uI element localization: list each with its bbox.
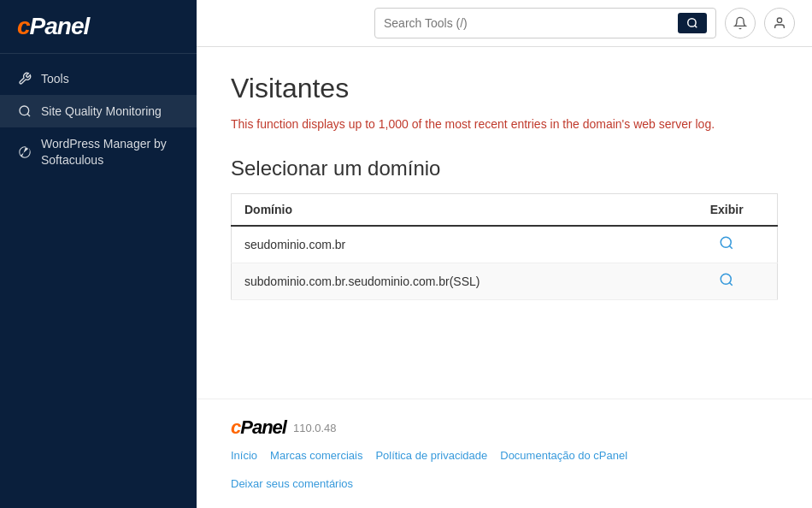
search-icon: [686, 17, 698, 29]
bell-icon: [733, 16, 747, 30]
sidebar-item-site-quality[interactable]: Site Quality Monitoring: [0, 95, 197, 127]
wordpress-icon: [17, 145, 32, 160]
domain-table: Domínio Exibir seudominio.com.br: [231, 193, 778, 300]
footer-comment-link[interactable]: Deixar seus comentários: [231, 477, 353, 490]
svg-line-1: [27, 114, 30, 116]
notifications-button[interactable]: [725, 8, 756, 38]
sidebar-nav: Tools Site Quality Monitoring WordPress …: [0, 54, 197, 185]
cpanel-logo-sidebar: cPanel: [17, 13, 179, 40]
footer-link-inicio[interactable]: Início: [231, 449, 257, 462]
section-title: Selecionar um domínio: [231, 157, 778, 180]
table-row: seudominio.com.br: [232, 226, 778, 263]
footer-links: Início Marcas comerciais Política de pri…: [231, 449, 778, 469]
wrench-icon: [17, 71, 32, 86]
page-description: This function displays up to 1,000 of th…: [231, 117, 778, 131]
svg-line-3: [695, 26, 697, 28]
sidebar-tools-label: Tools: [41, 71, 69, 86]
footer-link-privacidade[interactable]: Política de privacidade: [375, 449, 487, 462]
svg-point-4: [777, 18, 781, 22]
sidebar-wordpress-label: WordPress Manager by Softaculous: [41, 136, 179, 167]
main-area: Visitantes This function displays up to …: [197, 0, 812, 508]
col-view: Exibir: [676, 194, 777, 227]
user-icon: [773, 16, 786, 30]
table-row: subdominio.com.br.seudominio.com.br(SSL): [232, 263, 778, 300]
view-cell: [676, 226, 777, 263]
header: [197, 0, 812, 47]
sidebar-logo: cPanel: [0, 0, 197, 54]
svg-point-5: [721, 237, 731, 247]
sidebar-site-quality-label: Site Quality Monitoring: [41, 103, 162, 119]
search-input[interactable]: [384, 16, 671, 30]
footer-version: 110.0.48: [293, 422, 337, 434]
sidebar-item-tools[interactable]: Tools: [0, 62, 197, 95]
svg-point-7: [721, 274, 731, 284]
footer-cpanel-logo: cPanel: [231, 416, 286, 439]
svg-point-0: [20, 106, 29, 115]
col-domain: Domínio: [232, 194, 677, 227]
svg-line-8: [730, 282, 733, 285]
search-circle-icon: [17, 103, 32, 119]
user-button[interactable]: [764, 8, 795, 38]
svg-line-6: [730, 245, 733, 248]
search-bar-container: [374, 8, 716, 38]
main-content: Visitantes This function displays up to …: [197, 47, 812, 399]
footer: cPanel 110.0.48 Início Marcas comerciais…: [197, 399, 812, 508]
footer-logo-container: cPanel 110.0.48: [231, 416, 778, 439]
svg-point-2: [688, 19, 696, 27]
sidebar: cPanel Tools Site Quality Monitoring: [0, 0, 197, 508]
footer-link-marcas[interactable]: Marcas comerciais: [270, 449, 362, 462]
page-title: Visitantes: [231, 73, 778, 104]
domain-cell: seudominio.com.br: [232, 226, 677, 263]
domain-cell: subdominio.com.br.seudominio.com.br(SSL): [232, 263, 677, 300]
view-icon-0[interactable]: [719, 239, 734, 253]
sidebar-item-wordpress[interactable]: WordPress Manager by Softaculous: [0, 127, 197, 175]
view-cell: [676, 263, 777, 300]
search-submit-button[interactable]: [678, 13, 707, 33]
footer-link-doc[interactable]: Documentação do cPanel: [500, 449, 627, 462]
view-icon-1[interactable]: [719, 275, 734, 290]
